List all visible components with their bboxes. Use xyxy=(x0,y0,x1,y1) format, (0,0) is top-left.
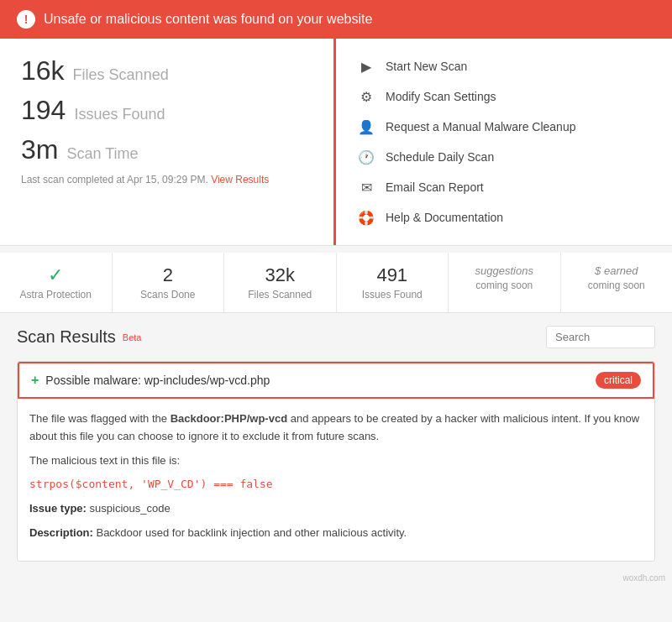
action-item-start-scan[interactable]: ▶ Start New Scan xyxy=(357,51,651,81)
scans-done-value: 2 xyxy=(121,264,216,286)
action-item-schedule-scan[interactable]: 🕐 Schedule Daily Scan xyxy=(357,142,651,172)
issues-found-label: Issues Found xyxy=(74,106,165,123)
scan-time-label: Scan Time xyxy=(66,145,138,163)
manual-cleanup-icon: 👤 xyxy=(357,118,375,136)
action-item-email-report[interactable]: ✉ Email Scan Report xyxy=(357,172,651,202)
start-scan-label: Start New Scan xyxy=(386,60,467,73)
schedule-scan-icon: 🕐 xyxy=(357,148,375,166)
plus-icon: + xyxy=(31,373,39,388)
astra-protection-value: ✓ xyxy=(8,264,103,286)
view-results-link[interactable]: View Results xyxy=(211,174,269,186)
astra-protection-label: Astra Protection xyxy=(8,289,103,301)
start-scan-icon: ▶ xyxy=(357,57,375,76)
malicious-text-label: The malicious text in this file is: xyxy=(29,452,643,470)
actions-section: ▶ Start New Scan ⚙ Modify Scan Settings … xyxy=(336,39,672,245)
issue-meta: Issue type: suspicious_code Description:… xyxy=(29,500,643,542)
help-docs-icon: 🛟 xyxy=(357,208,375,227)
help-docs-label: Help & Documentation xyxy=(386,211,503,224)
stats-actions-panel: 16k Files Scanned 194 Issues Found 3m Sc… xyxy=(0,39,672,246)
earned-value: $ earned xyxy=(570,264,664,277)
metric-suggestions: suggestions coming soon xyxy=(449,253,561,312)
metric-scans-done: 2 Scans Done xyxy=(113,253,225,312)
alert-icon: ! xyxy=(17,10,35,29)
scan-results-title: Scan Results Beta xyxy=(17,327,141,347)
modify-settings-label: Modify Scan Settings xyxy=(386,90,496,103)
code-snippet: strpos($content, 'WP_V_CD') === false xyxy=(29,476,643,494)
manual-cleanup-label: Request a Manual Malware Cleanup xyxy=(386,120,575,133)
alert-message: Unsafe or malicious content was found on… xyxy=(44,12,372,27)
metric-issues-found: 491 Issues Found xyxy=(337,253,449,312)
email-report-icon: ✉ xyxy=(357,178,375,196)
issue-description: The file was flagged with the Backdoor:P… xyxy=(29,410,643,446)
metric-files-scanned: 32k Files Scanned xyxy=(224,253,337,312)
issue-body: The file was flagged with the Backdoor:P… xyxy=(18,399,654,561)
checkmark-icon: ✓ xyxy=(48,264,63,286)
metric-earned: $ earned coming soon xyxy=(561,253,673,312)
watermark: woxdh.com xyxy=(0,570,672,586)
suggestions-label: coming soon xyxy=(457,280,552,291)
issues-found-value: 194 xyxy=(21,95,66,126)
scans-done-label: Scans Done xyxy=(121,289,216,301)
issue-card: + Possible malware: wp-includes/wp-vcd.p… xyxy=(17,361,655,562)
stats-section: 16k Files Scanned 194 Issues Found 3m Sc… xyxy=(0,39,336,245)
earned-label: coming soon xyxy=(570,280,664,291)
action-item-modify-settings[interactable]: ⚙ Modify Scan Settings xyxy=(357,81,651,112)
suggestions-value: suggestions xyxy=(457,264,552,277)
schedule-scan-label: Schedule Daily Scan xyxy=(386,150,494,164)
search-input[interactable] xyxy=(546,326,655,348)
scan-results-header: Scan Results Beta xyxy=(17,326,655,348)
email-report-label: Email Scan Report xyxy=(386,180,484,194)
last-scan-text: Last scan completed at Apr 15, 09:29 PM.… xyxy=(21,174,312,186)
issue-title-row: + Possible malware: wp-includes/wp-vcd.p… xyxy=(31,373,270,388)
beta-badge: Beta xyxy=(123,332,142,342)
metric-astra-protection: ✓ Astra Protection xyxy=(0,253,113,312)
issues-found-label: Issues Found xyxy=(345,289,440,301)
metrics-bar: ✓ Astra Protection 2 Scans Done 32k File… xyxy=(0,253,672,313)
files-scanned-row: 16k Files Scanned xyxy=(21,55,312,86)
files-scanned-value: 32k xyxy=(233,264,328,286)
scan-time-value: 3m xyxy=(21,134,58,165)
issue-type: Issue type: suspicious_code xyxy=(29,500,643,518)
action-item-manual-cleanup[interactable]: 👤 Request a Manual Malware Cleanup xyxy=(357,112,651,142)
issues-found-value: 491 xyxy=(345,264,440,286)
scan-results-section: Scan Results Beta + Possible malware: wp… xyxy=(0,313,672,562)
scan-time-row: 3m Scan Time xyxy=(21,134,312,165)
modify-settings-icon: ⚙ xyxy=(357,87,375,106)
action-item-help-docs[interactable]: 🛟 Help & Documentation xyxy=(357,202,651,233)
issue-description-meta: Description: Backdoor used for backlink … xyxy=(29,525,643,542)
issue-header: + Possible malware: wp-includes/wp-vcd.p… xyxy=(18,362,654,399)
issue-title: Possible malware: wp-includes/wp-vcd.php xyxy=(45,374,270,387)
critical-badge: critical xyxy=(596,372,641,389)
files-scanned-label: Files Scanned xyxy=(233,289,328,301)
files-scanned-value: 16k xyxy=(21,55,65,86)
files-scanned-label: Files Scanned xyxy=(73,66,169,84)
issues-found-row: 194 Issues Found xyxy=(21,95,312,126)
alert-banner: ! Unsafe or malicious content was found … xyxy=(0,0,672,39)
